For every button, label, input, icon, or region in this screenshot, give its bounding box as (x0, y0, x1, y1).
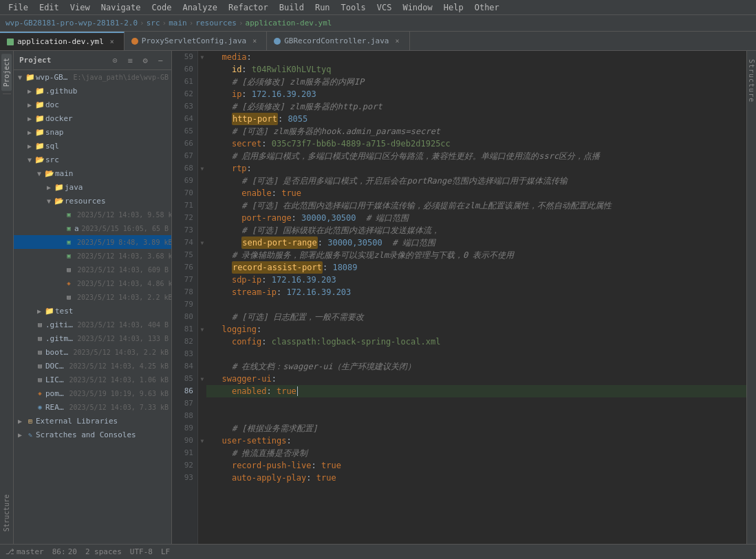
menu-view[interactable]: View (65, 1, 96, 14)
dockerfile-icon: ▤ (34, 360, 45, 371)
tree-item-application[interactable]: ▣ application.yml 2023/5/15 16:05, 65 B (14, 221, 171, 235)
menu-help[interactable]: Help (438, 1, 469, 14)
gutter-59[interactable]: ▼ (198, 51, 206, 63)
xml-icon-logback: ◈ (63, 278, 74, 289)
tree-item-pom[interactable]: ◈ pom.xml 2023/5/19 10:19, 9.63 kB (14, 386, 171, 400)
tree-item-main[interactable]: ▼ 📂 main (14, 166, 171, 180)
structure-tab-btn[interactable]: Structure (1, 490, 12, 536)
menu-navigate[interactable]: Navigate (96, 1, 147, 14)
menu-vcs[interactable]: VCS (371, 1, 398, 14)
project-tab-btn[interactable]: Project (1, 54, 12, 91)
tree-item-dockerfile[interactable]: ▤ DOCKERFILE 2023/5/12 14:03, 4.25 kB (14, 359, 171, 373)
tree-item-banner[interactable]: ▤ banner.txt 2023/5/12 14:03, 609 B (14, 263, 171, 276)
breadcrumb: wvp-GB28181-pro-wvp-28181-2.0 › src › ma… (0, 15, 756, 32)
tab-close-2[interactable]: × (250, 36, 259, 46)
sidebar-expand-btn[interactable]: ≡ (125, 55, 136, 66)
tree-meta-logback: 2023/5/12 14:03, 4.86 kB (77, 280, 171, 287)
ln-89: 89 (172, 422, 197, 435)
breadcrumb-src[interactable]: src (147, 19, 160, 28)
tree-item-logback[interactable]: ◈ logback-spring-local.xml 2023/5/12 14:… (14, 276, 171, 290)
menu-analyze[interactable]: Analyze (177, 1, 223, 14)
breadcrumb-resources[interactable]: resources (195, 19, 237, 28)
code-line-61: # [必须修改] zlm服务器的内网IP (206, 76, 746, 88)
tree-item-src[interactable]: ▼ 📂 src (14, 153, 171, 166)
tree-item-sql[interactable]: ▶ 📁 sql (14, 139, 171, 153)
breadcrumb-project[interactable]: wvp-GB28181-pro-wvp-28181-2.0 (6, 19, 138, 28)
tab-gb-record-controller[interactable]: GBRecordController.java × (267, 32, 409, 50)
sidebar-settings-btn[interactable]: ⚙ (140, 55, 151, 66)
sidebar-close-btn[interactable]: − (155, 55, 166, 66)
status-git[interactable]: ⎇ master (6, 547, 44, 556)
scratch-icon: ✎ (25, 429, 36, 440)
tree-item-gitignore[interactable]: ▤ .gitignore 2023/5/12 14:03, 404 B (14, 318, 171, 331)
status-git-label: master (17, 547, 44, 556)
tree-item-all-application[interactable]: ▣ all-application.yml 2023/5/12 14:03, 9… (14, 208, 171, 221)
tree-label-test: test (55, 307, 169, 316)
ln-92: 92 (172, 459, 197, 472)
tab-close-1[interactable]: × (107, 37, 117, 47)
status-indent[interactable]: 2 spaces (85, 547, 122, 556)
menu-other[interactable]: Other (469, 1, 505, 14)
tabbar: application-dev.yml × ProxyServletConfig… (0, 32, 756, 51)
ln-81: 81 (172, 323, 197, 336)
yaml-icon (7, 39, 14, 45)
tree-meta-wvpssl: 2023/5/12 14:03, 2.2 kB (77, 294, 171, 301)
menu-file[interactable]: File (3, 1, 34, 14)
menu-run[interactable]: Run (310, 1, 336, 14)
pom-icon: ◈ (34, 388, 45, 399)
tree-item-ext-lib[interactable]: ▶ ⊞ External Libraries (14, 414, 171, 428)
tree-label-resources: resources (65, 197, 169, 206)
tree-item-doc[interactable]: ▶ 📁 doc (14, 98, 171, 111)
breadcrumb-file[interactable]: application-dev.yml (246, 19, 332, 28)
menu-tools[interactable]: Tools (336, 1, 371, 14)
status-encoding[interactable]: UTF-8 (130, 547, 153, 556)
gutter: ▼ ▼ ▼ ▼ ▼ (198, 51, 206, 544)
tree-item-readme[interactable]: ◉ README.md 2023/5/12 14:03, 7.33 kB (14, 400, 171, 414)
breadcrumb-main[interactable]: main (169, 19, 187, 28)
gutter-63 (198, 100, 206, 113)
code-line-59: media: (206, 51, 746, 63)
tree-item-license[interactable]: ▤ LICENSE 2023/5/12 14:03, 1.06 kB (14, 373, 171, 386)
menu-window[interactable]: Window (397, 1, 438, 14)
tree-item-test[interactable]: ▶ 📁 test (14, 304, 171, 318)
folder-icon-github: 📁 (34, 85, 45, 96)
tree-item-root[interactable]: ▼ 📁 wvp-GB28181-pro-wvp-28181-2.0 E:\jav… (14, 70, 171, 84)
gutter-90[interactable]: ▼ (198, 435, 206, 447)
tree-item-application-dev[interactable]: ▣ application-dev.yml 2023/5/19 8:48, 3.… (14, 235, 171, 249)
ln-68: 68 (172, 162, 197, 175)
gutter-93 (198, 472, 206, 484)
tree-label-sql: sql (45, 142, 169, 151)
gutter-74[interactable]: ▼ (198, 237, 206, 249)
menu-edit[interactable]: Edit (34, 1, 65, 14)
tab-proxy-servlet[interactable]: ProxyServletConfig.java × (125, 32, 267, 50)
structure-label[interactable]: Structure (748, 59, 755, 102)
tree-item-java[interactable]: ▶ 📁 java (14, 180, 171, 194)
tab-application-dev[interactable]: application-dev.yml × (0, 32, 125, 50)
status-crlf[interactable]: LF (161, 547, 170, 556)
code-line-77: sdp-ip: 172.16.39.203 (206, 274, 746, 286)
code-line-89: # [根据业务需求配置] (206, 422, 746, 435)
tree-label-pom: pom.xml (45, 389, 67, 398)
tree-item-snap[interactable]: ▶ 📁 snap (14, 125, 171, 139)
code-line-92: record-push-live: true (206, 459, 746, 472)
code-content[interactable]: media: id: t04RwliK0hLVLtyq # [必须修改] zlm… (206, 51, 746, 544)
menu-refactor[interactable]: Refactor (223, 1, 274, 14)
expand-icon-doc: ▶ (25, 101, 34, 109)
tree-item-scratches[interactable]: ▶ ✎ Scratches and Consoles (14, 428, 171, 441)
gutter-81[interactable]: ▼ (198, 323, 206, 336)
tree-item-gitmodules[interactable]: ▤ .gitmodules 2023/5/12 14:03, 133 B (14, 331, 171, 345)
status-line-col[interactable]: 86:20 (52, 547, 77, 556)
tree-item-resources[interactable]: ▼ 📂 resources (14, 194, 171, 208)
menu-code[interactable]: Code (147, 1, 177, 14)
sidebar-locate-btn[interactable]: ⊙ (109, 55, 120, 66)
gutter-68[interactable]: ▼ (198, 162, 206, 175)
tree-item-application-docker[interactable]: ▣ application-docker.yml 2023/5/12 14:03… (14, 249, 171, 263)
gutter-85[interactable]: ▼ (198, 373, 206, 385)
tab-close-3[interactable]: × (393, 36, 402, 46)
tree-item-github[interactable]: ▶ 📁 .github (14, 84, 171, 98)
expand-icon-resources: ▼ (44, 197, 54, 205)
tree-item-wvpssl[interactable]: ▤ wvpssl.jks 2023/5/12 14:03, 2.2 kB (14, 290, 171, 304)
tree-item-bootstrap[interactable]: ▤ bootstrap.sh 2023/5/12 14:03, 2.2 kB (14, 345, 171, 359)
tree-item-docker[interactable]: ▶ 📁 docker (14, 111, 171, 125)
menu-build[interactable]: Build (274, 1, 310, 14)
